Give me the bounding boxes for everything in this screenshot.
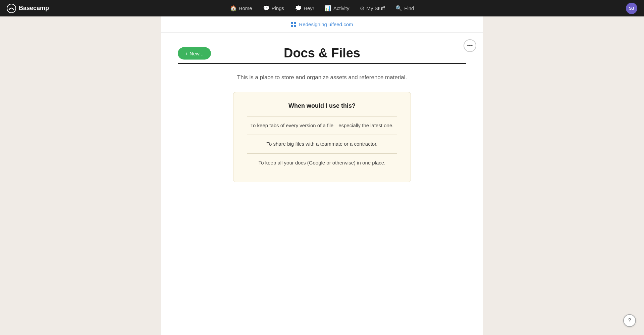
nav-links: 🏠 Home 💬 Pings 💭 Hey! 📊 Activity ⊙ My St… — [225, 3, 419, 13]
nav-activity-label: Activity — [333, 5, 350, 11]
mystuff-icon: ⊙ — [360, 5, 364, 11]
info-card-item-1: To keep tabs of every version of a file—… — [247, 116, 397, 135]
nav-hey[interactable]: 💭 Hey! — [290, 3, 319, 13]
nav-hey-label: Hey! — [304, 5, 314, 11]
docs-content: + New... Docs & Files This is a place to… — [161, 33, 483, 196]
help-button[interactable]: ? — [623, 314, 636, 327]
basecamp-logo-icon — [7, 4, 16, 13]
logo-link[interactable]: Basecamp — [7, 4, 49, 13]
nav-find-label: Find — [404, 5, 414, 11]
docs-header: + New... Docs & Files — [178, 46, 466, 60]
project-name: Redesigning uifeed.com — [299, 21, 353, 27]
nav-mystuff[interactable]: ⊙ My Stuff — [355, 3, 389, 13]
nav-mystuff-label: My Stuff — [366, 5, 385, 11]
nav-activity[interactable]: 📊 Activity — [320, 3, 354, 13]
avatar-initials: SJ — [629, 6, 634, 11]
new-button-label: + New... — [185, 50, 204, 56]
nav-home[interactable]: 🏠 Home — [225, 3, 257, 13]
top-navigation: Basecamp 🏠 Home 💬 Pings 💭 Hey! 📊 Activit… — [0, 0, 644, 16]
title-divider — [178, 63, 466, 64]
page-description: This is a place to store and organize as… — [178, 73, 466, 82]
logo-text: Basecamp — [19, 5, 49, 12]
left-bg — [0, 16, 161, 335]
project-link[interactable]: Redesigning uifeed.com — [291, 21, 353, 27]
pings-icon: 💬 — [263, 5, 270, 11]
find-icon: 🔍 — [395, 5, 402, 11]
nav-right: SJ — [626, 3, 637, 14]
page-title: Docs & Files — [178, 46, 466, 60]
project-grid-icon — [291, 22, 297, 27]
nav-home-label: Home — [239, 5, 252, 11]
hey-icon: 💭 — [295, 5, 302, 11]
info-card-item-3: To keep all your docs (Google or otherwi… — [247, 154, 397, 172]
info-card: When would I use this? To keep tabs of e… — [233, 92, 411, 183]
info-card-title: When would I use this? — [247, 102, 397, 109]
new-button[interactable]: + New... — [178, 47, 211, 59]
info-card-item-2: To share big files with a teammate or a … — [247, 135, 397, 153]
content-panel: Redesigning uifeed.com ••• + New... Docs… — [161, 16, 483, 335]
nav-pings[interactable]: 💬 Pings — [258, 3, 289, 13]
help-icon: ? — [628, 318, 631, 324]
user-avatar[interactable]: SJ — [626, 3, 637, 14]
main-wrapper: Redesigning uifeed.com ••• + New... Docs… — [0, 0, 644, 335]
nav-pings-label: Pings — [272, 5, 284, 11]
project-bar: Redesigning uifeed.com — [161, 16, 483, 33]
right-bg — [483, 16, 644, 335]
home-icon: 🏠 — [230, 5, 237, 11]
activity-icon: 📊 — [325, 5, 331, 11]
nav-find[interactable]: 🔍 Find — [391, 3, 419, 13]
